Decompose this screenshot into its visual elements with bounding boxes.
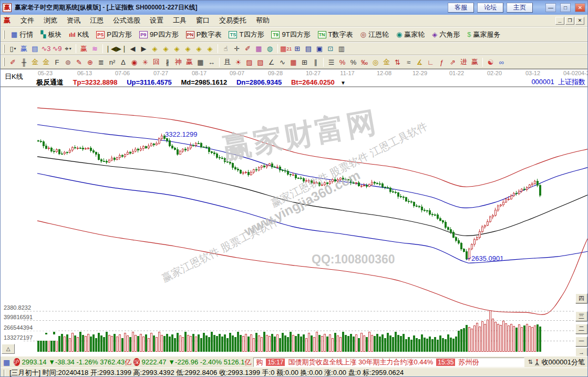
share-icon[interactable]: ⊡	[325, 44, 336, 54]
toolbar-grip[interactable]	[3, 30, 5, 39]
shen-tool[interactable]: 神	[173, 57, 184, 67]
indicator-name[interactable]: 极反通道	[36, 78, 64, 86]
prev-bar-button[interactable]: ◀	[127, 44, 138, 54]
menu-文件[interactable]: 文件	[16, 15, 39, 26]
ray-fan-tool[interactable]: ☀	[233, 57, 244, 67]
menu-交易委托[interactable]: 交易委托	[214, 15, 251, 26]
child-restore-button[interactable]: ❐	[565, 17, 574, 25]
next-bar-button[interactable]: ▶	[138, 44, 149, 54]
gann-diamond-left[interactable]: ◈	[149, 44, 160, 54]
gann-diamond-right[interactable]: ◈	[160, 44, 171, 54]
toolbar-grip[interactable]	[3, 58, 5, 66]
percent-red-tool[interactable]: %	[337, 57, 348, 67]
gold-bars-tool[interactable]: 金	[381, 57, 392, 67]
toolbar-t-number-table-button[interactable]: TNT数字表	[314, 29, 357, 40]
toolbar-9p-square-button[interactable]: P99P四方形	[136, 29, 182, 40]
gann-diamond-x[interactable]: ◈	[182, 44, 193, 54]
symbol-label[interactable]: 000001 上证指数	[531, 77, 585, 87]
toolbar-9t-square-button[interactable]: T99T四方形	[267, 29, 314, 40]
zigzag-tool[interactable]: ∿	[277, 57, 288, 67]
marker-tool[interactable]: ✐	[242, 44, 253, 54]
n-square-tool[interactable]: n²	[107, 57, 118, 67]
ticker-scroll-spinner[interactable]: ⇅	[528, 359, 532, 365]
gann-diamond-all[interactable]: ◈	[204, 44, 215, 54]
toolbar-winner-wheel-button[interactable]: ◉赢家轮	[393, 29, 428, 40]
fibonacci-tool[interactable]: F	[51, 57, 63, 67]
circle-target-tool[interactable]: ⊕	[85, 57, 96, 67]
ying-tool[interactable]: 赢	[184, 57, 195, 67]
pencil-red-tool[interactable]: ✐	[7, 57, 18, 67]
toolbar-kline-button[interactable]: ılılK线	[65, 29, 92, 40]
quotes-grid-icon[interactable]: ▦	[3, 358, 10, 366]
tick-data-label[interactable]: 收000001分笔	[542, 358, 585, 367]
menu-公式选股[interactable]: 公式选股	[108, 15, 145, 26]
crosshair-tool[interactable]: ✛	[231, 44, 242, 54]
close-button[interactable]: ✕	[575, 3, 585, 12]
menu-资讯[interactable]: 资讯	[62, 15, 85, 26]
color-bars-icon[interactable]: ≋	[89, 44, 100, 54]
toolbar-p-square-button[interactable]: PSP四方形	[92, 29, 136, 40]
span-arrow-tool[interactable]: ↔	[206, 57, 217, 67]
shaded-box2-tool[interactable]: ▧	[255, 57, 266, 67]
golden-section-a[interactable]: 金	[29, 57, 40, 67]
candle-style[interactable]: ▯▾	[7, 44, 18, 54]
customer-service-button[interactable]: 客服	[448, 3, 474, 13]
menu-窗口[interactable]: 窗口	[191, 15, 214, 26]
triangle-pen-tool[interactable]: ∆	[118, 57, 129, 67]
calendar-icon[interactable]: ▦21	[280, 44, 292, 54]
menu-浏览[interactable]: 浏览	[39, 15, 62, 26]
toolbar-sectors-button[interactable]: ▚板块	[37, 29, 65, 40]
homepage-button[interactable]: 主页	[507, 3, 533, 13]
angle-pencil-tool[interactable]: ✎	[74, 57, 85, 67]
jin-char-tool[interactable]: 进	[458, 57, 469, 67]
toolbar-t-square-button[interactable]: TST四方形	[225, 29, 267, 40]
toolbar-grip[interactable]	[3, 45, 5, 53]
toolbar-hexagon-button[interactable]: ◈六角形	[428, 29, 463, 40]
grid-plus-tool[interactable]: ⊞	[299, 57, 310, 67]
wave-cross-tool[interactable]: ≈	[403, 57, 414, 67]
pane-split-button-1[interactable]: 四	[575, 293, 587, 303]
child-close-button[interactable]: ✕	[575, 17, 584, 25]
infinity-icon[interactable]: ∞	[496, 57, 507, 67]
box-plot-tool[interactable]: 且	[222, 57, 233, 67]
menu-江恩[interactable]: 江恩	[85, 15, 108, 26]
child-minimize-button[interactable]: ＿	[555, 17, 564, 25]
memo-icon[interactable]: ▤	[303, 44, 314, 54]
save-icon[interactable]: ▣	[314, 44, 325, 54]
dropper-icon[interactable]: ⌖▾	[63, 44, 74, 54]
hand-tool[interactable]: ☝	[220, 44, 231, 54]
kline-chart[interactable]	[1, 69, 588, 356]
calculator-icon[interactable]: ⊞	[292, 44, 303, 54]
news-ticker[interactable]: 购 15:17 国债期货收盘全线上涨 30年期主力合约涨0.44% 15:35 …	[253, 358, 524, 367]
pane-split-button-3[interactable]: 二	[575, 324, 587, 334]
brain-tool[interactable]: ◍	[264, 44, 275, 54]
boxed-square-tool[interactable]: 回	[151, 57, 162, 67]
gold-circle-tool[interactable]: ◎	[370, 57, 381, 67]
f-angle-tool[interactable]: ƒ	[436, 57, 447, 67]
ruler-grid-tool[interactable]: ▦	[195, 57, 206, 67]
minimize-button[interactable]: —	[545, 3, 556, 12]
dense-grid-tool[interactable]: ▦	[288, 57, 299, 67]
hash-lines-tool[interactable]: ≣	[96, 57, 107, 67]
last-bar-button[interactable]: ▶❘	[116, 44, 127, 54]
maximize-button[interactable]: □	[560, 3, 571, 12]
winner-red-icon[interactable]: 赢	[78, 44, 89, 54]
speed-line-tool[interactable]: ⇗	[447, 57, 458, 67]
parallel-tool[interactable]: ∥	[310, 57, 321, 67]
ying2-char-tool[interactable]: 赢	[469, 57, 480, 67]
toolbar-p-number-table-button[interactable]: PNP数字表	[182, 29, 225, 40]
price-grid-tool[interactable]: ╫	[18, 57, 29, 67]
permille-tool[interactable]: ‰	[359, 57, 370, 67]
info-list-icon[interactable]: ▤	[29, 44, 40, 54]
toolbar-quotes-button[interactable]: ▦行情	[7, 29, 37, 40]
gann-diamond-h[interactable]: ◈	[171, 44, 182, 54]
speed-resistance-tool[interactable]: ∦	[162, 57, 173, 67]
starburst-tool[interactable]: ✳	[140, 57, 151, 67]
updown-pen-tool[interactable]: ⇅	[392, 57, 403, 67]
percent-black-tool[interactable]: %	[348, 57, 359, 67]
forum-button[interactable]: 论坛	[477, 3, 503, 13]
pane-split-button-4[interactable]: 一	[575, 337, 587, 347]
wave9-icon[interactable]: ∿9	[51, 44, 63, 54]
pane-split-button-5[interactable]: →	[575, 348, 587, 356]
gann-target-tool[interactable]: ◉	[129, 57, 140, 67]
